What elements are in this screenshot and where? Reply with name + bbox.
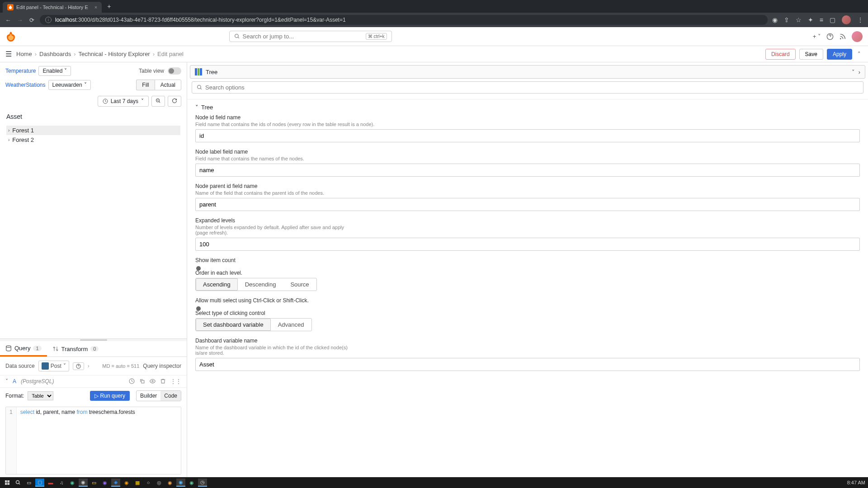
click-set-var[interactable]: Set dashboard variable [196,319,271,331]
app-header: Search or jump to... ⌘ ctrl+k + ˅ [0,27,868,46]
tree-node-label: Forest 2 [12,136,34,143]
panel-preview: Asset › Forest 1 › Forest 2 [0,108,187,338]
user-avatar[interactable] [852,31,863,42]
forward-button[interactable]: → [16,17,24,23]
reading-list-icon[interactable]: ≡ [820,16,823,23]
tree-node-label: Forest 1 [12,127,34,134]
refresh-icon[interactable] [168,96,181,107]
var-stations-label[interactable]: WeatherStations [5,82,46,88]
url-host: localhost [55,17,76,23]
section-tree-header[interactable]: ˅ Tree [195,104,860,111]
var-stations-select[interactable]: Leeuwarden ˅ [48,80,91,90]
discard-button[interactable]: Discard [765,49,796,60]
dash-var-desc: Name of the dashboard variable in which … [195,345,349,356]
fill-button[interactable]: Fill [136,80,154,90]
visualization-picker[interactable]: Tree ˅› [190,65,865,79]
duplicate-query-icon[interactable] [139,378,145,385]
save-button[interactable]: Save [799,49,823,60]
global-search[interactable]: Search or jump to... ⌘ ctrl+k [229,31,392,42]
panel-title: Asset [6,113,180,120]
query-ref-id[interactable]: A [13,378,16,385]
breadcrumb-home[interactable]: Home [16,51,32,57]
tree-node-forest-2[interactable]: › Forest 2 [6,135,180,145]
browser-tab[interactable]: Edit panel - Technical - History E × [3,2,102,13]
breadcrumb-dashboards[interactable]: Dashboards [39,51,71,57]
table-view-toggle[interactable] [168,67,181,75]
side-panel-icon[interactable]: ▢ [830,16,835,23]
sql-editor[interactable]: 1 select id, parent, name from treeschem… [5,407,181,474]
close-tab-icon[interactable]: × [94,5,97,10]
click-type-label: Select type of clicking control [195,310,860,316]
chevron-right-icon[interactable]: › [859,69,860,75]
node-parent-desc: Name of the field that contains the pare… [195,190,860,196]
node-id-input[interactable] [195,129,860,142]
node-label-desc: Field name that contains the names of th… [195,156,860,161]
browser-tab-strip: Edit panel - Technical - History E × + [0,0,868,13]
chevron-right-icon[interactable]: › [88,363,90,369]
chevron-down-icon: ˅ [84,82,87,88]
news-icon[interactable] [839,33,846,40]
format-select[interactable]: Table [28,391,53,400]
help-icon[interactable] [826,33,834,40]
actual-button[interactable]: Actual [155,80,181,90]
builder-mode-button[interactable]: Builder [137,391,160,401]
zoom-out-icon[interactable] [151,96,165,107]
query-type-label: (PostgreSQL) [21,378,54,385]
dash-var-label: Dashboard variable name [195,338,860,344]
datasource-help-icon[interactable] [73,362,84,370]
site-info-icon[interactable]: i [45,17,52,23]
share-icon[interactable]: ⇪ [784,16,789,23]
delete-query-icon[interactable] [160,378,166,385]
tab-transform[interactable]: Transform 0 [47,341,104,357]
options-search[interactable] [192,81,863,94]
var-temperature-select[interactable]: Enabled ˅ [38,66,71,76]
click-advanced[interactable]: Advanced [271,319,311,331]
browser-menu-icon[interactable]: ⋮ [857,16,863,23]
collapse-options-icon[interactable]: ˄ [856,49,863,60]
bookmark-icon[interactable]: ☆ [796,16,802,23]
address-bar[interactable]: i localhost:3000/d/b28fd013-43ab-4e71-87… [40,15,768,25]
code-mode-button[interactable]: Code [160,391,181,401]
time-range-picker[interactable]: Last 7 days ˅ [98,96,149,107]
format-label: Format: [5,393,24,399]
chevron-right-icon[interactable]: › [8,137,9,142]
breadcrumb-dashboard-name[interactable]: Technical - History Explorer [78,51,150,57]
order-source[interactable]: Source [283,278,316,291]
profile-avatar[interactable] [842,15,851,24]
collapse-query-icon[interactable]: ˅ [5,378,8,385]
grafana-logo[interactable] [5,31,16,42]
query-inspector-button[interactable]: Query inspector [143,363,181,369]
add-icon[interactable]: + ˅ [813,33,821,40]
node-label-input[interactable] [195,164,860,177]
options-search-input[interactable] [205,84,859,91]
tab-title: Edit panel - Technical - History E [16,5,88,10]
order-ascending[interactable]: Ascending [196,278,238,291]
query-history-icon[interactable] [129,378,135,385]
datasource-select[interactable]: Post ˅ [38,361,69,371]
chevron-down-icon[interactable]: ˅ [852,69,855,75]
chevron-right-icon[interactable]: › [8,128,9,133]
translate-icon[interactable]: ◉ [772,16,778,23]
expanded-levels-desc: Number of levels expanded by default. Ap… [195,225,349,235]
extensions-icon[interactable]: ✦ [808,16,813,23]
new-tab-button[interactable]: + [107,3,111,10]
tree-node-forest-1[interactable]: › Forest 1 [6,126,180,135]
node-parent-input[interactable] [195,198,860,211]
back-button[interactable]: ← [5,17,12,23]
order-descending[interactable]: Descending [238,278,283,291]
dash-var-input[interactable] [195,358,860,371]
svg-line-6 [159,102,160,103]
reload-button[interactable]: ⟳ [28,17,35,23]
drag-query-icon[interactable]: ⋮⋮ [170,378,181,385]
apply-button[interactable]: Apply [827,49,852,60]
var-temperature-label[interactable]: Temperature [5,68,36,74]
svg-line-14 [200,88,202,89]
node-id-label: Node id field name [195,114,860,121]
search-icon [197,84,203,90]
expanded-levels-input[interactable] [195,238,860,251]
toggle-query-icon[interactable] [150,378,156,385]
menu-toggle-icon[interactable]: ☰ [5,50,12,58]
run-query-button[interactable]: ▷ Run query [90,391,130,401]
tab-query[interactable]: Query 1 [0,341,47,357]
browser-toolbar: ← → ⟳ i localhost:3000/d/b28fd013-43ab-4… [0,13,868,27]
